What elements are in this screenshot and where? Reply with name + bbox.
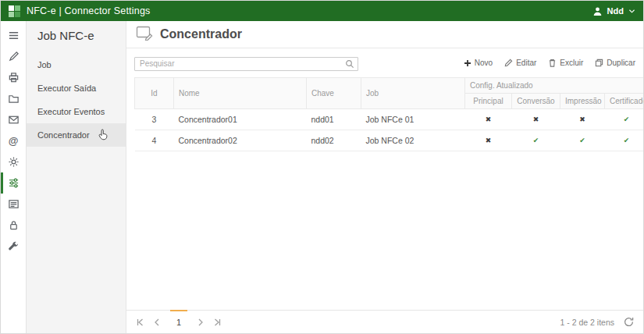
- sidebar-item-executor-saida[interactable]: Executor Saída: [27, 76, 126, 100]
- wrench-icon: [8, 240, 20, 252]
- status-conversao-icon: ✔: [512, 130, 560, 151]
- column-header-impressao[interactable]: Impressão: [560, 93, 605, 108]
- user-icon: [592, 6, 603, 16]
- edit-icon: [504, 59, 513, 67]
- rail-item-folder[interactable]: [1, 88, 26, 109]
- column-header-conversao[interactable]: Conversão: [512, 93, 560, 108]
- cell-chave: ndd01: [307, 108, 361, 130]
- plus-icon: [464, 59, 471, 67]
- novo-label: Novo: [475, 59, 493, 67]
- duplicar-label: Duplicar: [607, 59, 635, 67]
- duplicar-button[interactable]: Duplicar: [595, 59, 635, 67]
- column-group-config-atualizado: Config. Atualizado: [465, 77, 644, 93]
- lock-icon: [8, 219, 20, 231]
- folder-icon: [8, 93, 20, 105]
- concentrador-page-icon: [136, 26, 153, 44]
- sidebar-item-label: Job: [37, 60, 52, 69]
- rail-item-security[interactable]: [1, 215, 26, 236]
- rail-item-at[interactable]: @: [1, 130, 26, 151]
- rail-item-list[interactable]: [1, 194, 26, 215]
- main-panel: Concentrador Novo: [126, 21, 643, 333]
- sidebar-item-label: Executor Saída: [37, 84, 96, 93]
- sliders-icon: [8, 177, 20, 189]
- first-page-button[interactable]: [136, 318, 144, 326]
- table-row[interactable]: 3 Concentrador01 ndd01 Job NFCe 01 ✖ ✖ ✖…: [135, 108, 644, 130]
- column-header-chave[interactable]: Chave: [307, 77, 361, 108]
- pager-bar: 1 1 - 2 de 2 itens: [126, 310, 643, 333]
- status-certificado-icon: ✔: [605, 108, 644, 130]
- status-principal-icon: ✖: [465, 130, 512, 151]
- next-page-button[interactable]: [197, 318, 205, 326]
- sidebar-item-executor-eventos[interactable]: Executor Eventos: [27, 100, 126, 123]
- brush-icon: [8, 51, 20, 62]
- rail-item-settings[interactable]: [1, 151, 26, 172]
- page-header: Concentrador: [126, 21, 643, 48]
- status-impressao-icon: ✖: [560, 108, 605, 130]
- user-menu[interactable]: Ndd: [592, 6, 635, 16]
- sidebar-item-label: Executor Eventos: [37, 107, 105, 116]
- cell-chave: ndd02: [307, 130, 361, 151]
- gear-icon: [8, 156, 20, 168]
- cell-job: Job NFCe 01: [361, 108, 465, 130]
- toolbar: Novo Editar Excluir Duplicar: [464, 59, 635, 67]
- column-header-principal[interactable]: Principal: [465, 93, 512, 108]
- refresh-button[interactable]: [624, 317, 634, 327]
- concentrador-table: Id Nome Chave Job Config. Atualizado Pri…: [134, 77, 643, 151]
- sidebar-title: Job NFC-e: [27, 21, 126, 53]
- chevron-down-icon: [628, 9, 635, 14]
- sidebar-item-label: Concentrador: [37, 130, 90, 140]
- pager-status: 1 - 2 de 2 itens: [560, 318, 614, 327]
- page-title: Concentrador: [160, 27, 242, 41]
- rail-item-printer[interactable]: [1, 67, 26, 88]
- cell-id: 3: [135, 108, 174, 130]
- column-header-nome[interactable]: Nome: [174, 77, 307, 108]
- novo-button[interactable]: Novo: [464, 59, 493, 67]
- rail-item-mail[interactable]: [1, 109, 26, 130]
- app-window: NFC-e | Connector Settings Ndd @ Job NFC…: [0, 0, 644, 334]
- sidebar-item-job[interactable]: Job: [27, 53, 126, 76]
- excluir-label: Excluir: [560, 59, 583, 67]
- app-logo-icon: [9, 5, 20, 17]
- topbar: NFC-e | Connector Settings Ndd: [1, 1, 643, 21]
- sidebar-item-concentrador[interactable]: Concentrador: [27, 123, 126, 147]
- cell-nome: Concentrador01: [174, 108, 307, 130]
- app-title: NFC-e | Connector Settings: [27, 5, 151, 16]
- search-icon[interactable]: [345, 58, 354, 72]
- list-card-icon: [8, 198, 20, 210]
- mail-icon: [8, 114, 20, 126]
- cursor-hand-icon: [98, 129, 109, 142]
- page-number-current[interactable]: 1: [170, 311, 187, 333]
- status-certificado-icon: ✔: [605, 130, 644, 151]
- column-header-job[interactable]: Job: [361, 77, 465, 108]
- menu-icon: [8, 30, 20, 41]
- editar-button[interactable]: Editar: [504, 59, 536, 67]
- cell-id: 4: [135, 130, 174, 151]
- rail-item-menu[interactable]: [1, 25, 26, 46]
- sidebar: Job NFC-e Job Executor Saída Executor Ev…: [27, 21, 126, 333]
- status-impressao-icon: ✔: [560, 130, 605, 151]
- rail-item-brush[interactable]: [1, 46, 26, 67]
- at-icon: @: [9, 135, 19, 147]
- cell-nome: Concentrador02: [174, 130, 307, 151]
- cell-job: Job NFCe 02: [361, 130, 465, 151]
- pager: 1: [136, 311, 222, 333]
- status-conversao-icon: ✖: [512, 108, 560, 130]
- rail-item-connector-settings[interactable]: [1, 172, 26, 194]
- content-area: Novo Editar Excluir Duplicar: [126, 48, 643, 151]
- trash-icon: [548, 59, 557, 67]
- column-header-id[interactable]: Id: [135, 77, 174, 108]
- column-header-certificado[interactable]: Certificado: [605, 93, 644, 108]
- icon-rail: @: [1, 21, 27, 333]
- search-box: [134, 55, 358, 71]
- table-row[interactable]: 4 Concentrador02 ndd02 Job NFCe 02 ✖ ✔ ✔…: [135, 130, 644, 151]
- printer-icon: [8, 72, 20, 84]
- search-input[interactable]: [134, 57, 358, 71]
- excluir-button[interactable]: Excluir: [548, 59, 583, 67]
- duplicate-icon: [595, 59, 603, 67]
- status-principal-icon: ✖: [465, 108, 512, 130]
- previous-page-button[interactable]: [153, 318, 161, 326]
- user-name: Ndd: [607, 6, 624, 16]
- last-page-button[interactable]: [214, 318, 222, 326]
- rail-item-tools[interactable]: [1, 236, 26, 257]
- editar-label: Editar: [516, 59, 536, 67]
